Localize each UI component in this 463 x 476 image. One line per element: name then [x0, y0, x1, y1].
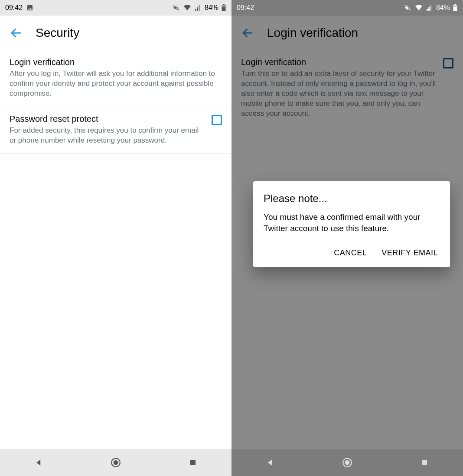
nav-back-button[interactable]	[261, 454, 279, 471]
phone-security-screen: 09:42 84% Security	[0, 0, 232, 476]
nav-recents-button[interactable]	[416, 454, 433, 471]
wifi-icon	[183, 4, 192, 11]
setting-description: Turn this on to add an extra layer of se…	[241, 69, 438, 119]
setting-password-reset-protect[interactable]: Password reset protect For added securit…	[0, 107, 232, 154]
phone-login-verification-screen: 09:42 84% Login verification	[232, 0, 463, 476]
status-time: 09:42	[237, 4, 254, 12]
setting-description: After you log in, Twitter will ask you f…	[10, 69, 222, 99]
wifi-icon	[414, 4, 423, 11]
svg-point-4	[114, 460, 118, 465]
signal-icon	[194, 4, 202, 11]
android-nav-bar	[232, 449, 463, 476]
verify-email-button[interactable]: VERIFY EMAIL	[380, 245, 440, 261]
status-time: 09:42	[5, 4, 23, 12]
setting-login-verification[interactable]: Login verification After you log in, Twi…	[0, 50, 232, 107]
settings-list: Login verification After you log in, Twi…	[0, 50, 232, 449]
setting-title: Login verification	[10, 57, 222, 67]
page-title: Login verification	[267, 26, 358, 40]
battery-icon	[453, 4, 458, 12]
back-button[interactable]	[240, 26, 255, 40]
page-title: Security	[36, 26, 79, 40]
signal-icon	[426, 4, 434, 11]
cancel-button[interactable]: CANCEL	[332, 245, 368, 261]
nav-back-button[interactable]	[30, 454, 47, 471]
nav-recents-button[interactable]	[184, 454, 202, 471]
checkbox-login-verification[interactable]	[443, 58, 453, 68]
status-bar: 09:42 84%	[232, 0, 463, 16]
status-battery-text: 84%	[205, 4, 218, 12]
battery-icon	[221, 4, 226, 12]
setting-title: Password reset protect	[10, 114, 206, 124]
dialog-body: You must have a confirmed email with you…	[264, 212, 440, 234]
setting-title: Login verification	[241, 57, 438, 67]
setting-description: For added security, this requires you to…	[10, 126, 206, 146]
svg-rect-11	[422, 460, 427, 465]
image-icon	[26, 4, 34, 11]
nav-home-button[interactable]	[339, 454, 356, 471]
setting-login-verification[interactable]: Login verification Turn this on to add a…	[232, 50, 463, 127]
status-battery-text: 84%	[436, 4, 450, 12]
back-button[interactable]	[9, 26, 23, 40]
nav-home-button[interactable]	[107, 454, 124, 471]
svg-rect-5	[190, 460, 196, 465]
svg-rect-7	[454, 4, 456, 5]
android-nav-bar	[0, 449, 232, 476]
checkbox-password-reset-protect[interactable]	[212, 115, 222, 125]
dialog-please-note: Please note... You must have a confirmed…	[253, 181, 450, 267]
svg-rect-1	[223, 4, 225, 5]
dialog-title: Please note...	[264, 192, 440, 205]
mute-icon	[404, 4, 412, 12]
svg-rect-2	[222, 6, 225, 7]
mute-icon	[173, 4, 180, 12]
app-header: Login verification	[232, 16, 463, 50]
svg-point-10	[345, 460, 350, 465]
status-bar: 09:42 84%	[0, 0, 232, 16]
svg-rect-8	[453, 6, 456, 7]
app-header: Security	[0, 16, 232, 50]
